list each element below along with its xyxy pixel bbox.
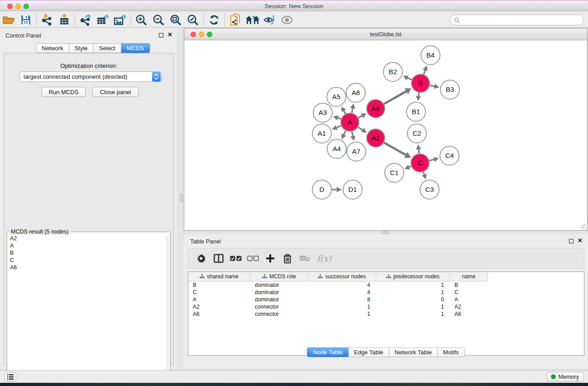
graph-edge-C-C1[interactable] xyxy=(409,167,411,167)
graph-edge-B-B2[interactable] xyxy=(408,78,412,80)
create-column-button[interactable] xyxy=(262,250,279,267)
graph-edge-B-B3[interactable] xyxy=(430,85,435,86)
columns-icon xyxy=(214,254,224,263)
table-options-button[interactable] xyxy=(193,250,210,267)
criterion-dropdown[interactable]: largest connected component (directed) xyxy=(19,71,162,82)
float-panel-icon[interactable] xyxy=(159,33,163,38)
memory-button[interactable]: Memory xyxy=(547,372,584,381)
apply-style-button[interactable] xyxy=(206,13,223,27)
search-field[interactable] xyxy=(450,14,583,25)
export-image-button[interactable] xyxy=(111,13,129,27)
zoom-selected-button[interactable] xyxy=(184,13,201,27)
table-cell: 1 xyxy=(308,303,376,310)
graph-node-label: B4 xyxy=(426,51,435,59)
graph-edge-A6-B[interactable] xyxy=(384,91,406,104)
zoom-in-button[interactable] xyxy=(133,13,150,27)
mcds-result-list[interactable]: A2ABCA6 xyxy=(8,235,166,386)
export-table-button[interactable] xyxy=(94,13,111,27)
table-cell: dominator xyxy=(250,296,308,303)
show-details-button[interactable] xyxy=(278,13,296,27)
graph-node-label: C3 xyxy=(425,186,434,193)
horizontal-splitter-handle[interactable] xyxy=(382,231,389,234)
table-row[interactable]: Cdominator41C xyxy=(188,289,584,296)
column-header-shared-name[interactable]: shared name xyxy=(188,272,250,281)
vertical-splitter-handle[interactable] xyxy=(180,194,183,202)
import-table-button[interactable] xyxy=(56,13,73,27)
hide-graphics-details-button[interactable] xyxy=(261,13,278,27)
graph-node-label: C4 xyxy=(445,152,454,159)
save-session-button[interactable] xyxy=(17,13,34,27)
result-item[interactable]: C xyxy=(8,257,166,264)
close-panel-button[interactable]: Close panel xyxy=(92,87,139,97)
graph-edge-A-A7[interactable] xyxy=(352,132,353,136)
graph-edge-B-B4[interactable] xyxy=(424,70,425,74)
tab-network[interactable]: Network xyxy=(36,43,69,53)
search-input[interactable] xyxy=(460,15,583,24)
export-network-button[interactable] xyxy=(77,13,94,27)
tab-select[interactable]: Select xyxy=(94,43,121,53)
open-folder-icon xyxy=(3,15,15,25)
close-panel-icon[interactable]: ✕ xyxy=(167,32,172,38)
graph-edge-C-C4[interactable] xyxy=(429,159,434,161)
result-item[interactable]: B xyxy=(8,249,166,257)
delete-column-button[interactable] xyxy=(279,250,296,267)
result-scrollbar[interactable] xyxy=(166,235,170,386)
result-item[interactable]: A6 xyxy=(8,264,166,271)
table-cell: B xyxy=(450,281,488,289)
tab-motifs[interactable]: Motifs xyxy=(438,348,465,357)
network-graph[interactable]: B4B2BB3A8A5A6A3B1AA1C2A2A4A7C4CC1C3DD1 xyxy=(184,41,587,230)
table-panel: Table Panel ✕ xyxy=(184,234,588,369)
graph-node-label: C xyxy=(418,159,423,167)
control-panel: Control Panel ✕ NetworkStyleSelectMCDS O… xyxy=(0,28,177,369)
graph-edge-A-A6[interactable] xyxy=(359,116,362,118)
resize-grip-icon[interactable] xyxy=(581,224,587,230)
column-header-predecessor-nodes[interactable]: predecessor nodes xyxy=(376,272,450,281)
graph-edge-A-A3[interactable] xyxy=(338,118,341,119)
graph-edge-A-A2[interactable] xyxy=(358,127,363,130)
tab-network-table[interactable]: Network Table xyxy=(389,348,438,357)
network-canvas[interactable]: B4B2BB3A8A5A6A3B1AA1C2A2A4A7C4CC1C3DD1 xyxy=(184,41,587,230)
result-item[interactable]: A2 xyxy=(8,235,166,242)
tab-node-table[interactable]: Node Table xyxy=(307,348,349,357)
graph-edge-A-A5[interactable] xyxy=(344,111,345,114)
unselect-all-columns-button[interactable] xyxy=(244,250,262,267)
table-row[interactable]: A2connector11A2 xyxy=(188,303,584,310)
graph-node-label: A3 xyxy=(319,109,327,116)
run-mcds-button[interactable]: Run MCDS xyxy=(42,87,86,97)
column-header-name[interactable]: name xyxy=(450,272,488,281)
open-session-button[interactable] xyxy=(0,13,17,27)
zoom-fit-button[interactable] xyxy=(167,13,184,27)
table-row[interactable]: A6connector11A6 xyxy=(188,310,584,318)
graph-edge-A-A1[interactable] xyxy=(337,126,341,128)
tab-edge-table[interactable]: Edge Table xyxy=(349,348,389,357)
table-cell: 1 xyxy=(376,281,450,289)
tab-mcds[interactable]: MCDS xyxy=(121,43,150,53)
zoom-out-button[interactable] xyxy=(150,13,167,27)
import-network-button[interactable] xyxy=(38,13,56,27)
show-column-panel-button[interactable] xyxy=(210,250,227,267)
tab-style[interactable]: Style xyxy=(69,43,94,53)
network-window-titlebar[interactable]: testGlobe.txt xyxy=(184,29,587,40)
column-header-successor-nodes[interactable]: successor nodes xyxy=(308,272,376,281)
table-cell: A2 xyxy=(450,303,488,310)
cybrowser-button[interactable] xyxy=(244,13,261,27)
graph-edge-A-A4[interactable] xyxy=(344,131,346,135)
task-history-button[interactable] xyxy=(5,372,16,381)
table-row[interactable]: Bdominator41B xyxy=(188,281,584,289)
column-header-MCDS-role[interactable]: MCDS role xyxy=(250,272,308,281)
close-table-panel-icon[interactable]: ✕ xyxy=(578,238,583,244)
graph-edge-C-C3[interactable] xyxy=(423,172,424,175)
graph-edge-C-C2[interactable] xyxy=(419,149,419,153)
new-network-from-selection-button[interactable] xyxy=(227,13,244,27)
network-from-selection-icon xyxy=(229,13,241,27)
select-all-columns-button[interactable] xyxy=(227,250,244,267)
graph-node-label: C1 xyxy=(390,169,398,176)
graph-edge-A2-C[interactable] xyxy=(384,143,406,155)
graph-node-label: B2 xyxy=(389,68,397,76)
table-row[interactable]: Adominator80A xyxy=(188,296,584,303)
graph-edge-A-A8[interactable] xyxy=(352,109,353,113)
table-toolbar: f(x) xyxy=(188,248,584,269)
result-item[interactable]: A xyxy=(8,242,166,249)
float-table-panel-icon[interactable] xyxy=(569,239,574,243)
graph-edge-B-B1[interactable] xyxy=(419,93,419,96)
